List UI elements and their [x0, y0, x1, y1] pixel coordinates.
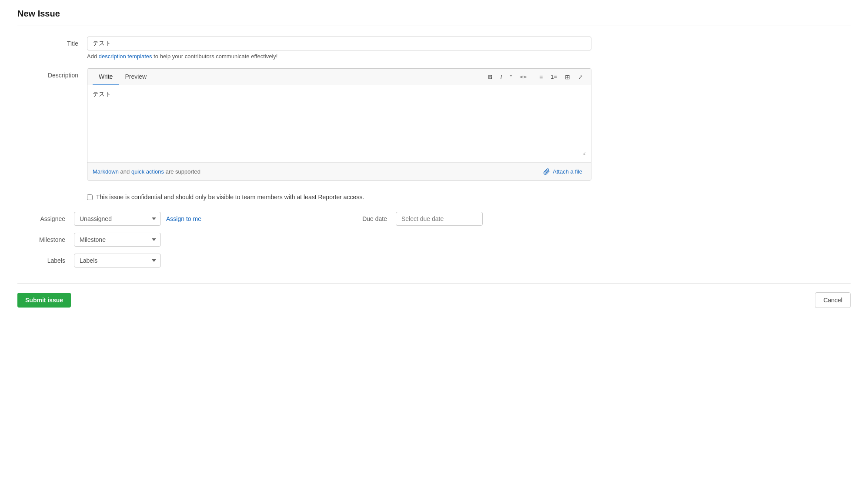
meta-left: Assignee Unassigned Assign to me Milesto… [17, 212, 313, 274]
due-date-input[interactable] [396, 212, 483, 226]
assign-me-link[interactable]: Assign to me [166, 215, 201, 222]
milestone-row: Milestone Milestone [17, 233, 313, 247]
assignee-row: Assignee Unassigned Assign to me [17, 212, 313, 226]
table-button[interactable]: ⊞ [562, 72, 573, 82]
cancel-button[interactable]: Cancel [815, 292, 851, 308]
ordered-list-button[interactable]: 1≡ [548, 72, 560, 82]
bottom-bar: Submit issue Cancel [17, 283, 851, 317]
form-layout: Title Add description templates to help … [17, 37, 851, 274]
page-title: New Issue [17, 9, 851, 19]
title-hint: Add description templates to help your c… [87, 53, 591, 60]
milestone-content: Milestone [74, 233, 313, 247]
assignee-content: Unassigned Assign to me [74, 212, 313, 226]
fullscreen-button[interactable]: ⤢ [575, 72, 586, 82]
italic-icon: I [500, 74, 502, 80]
description-label: Description [17, 68, 87, 79]
bold-button[interactable]: B [485, 72, 495, 82]
bold-icon: B [488, 74, 492, 80]
unordered-list-button[interactable]: ≡ [537, 72, 545, 82]
labels-label: Labels [17, 257, 74, 264]
labels-dropdown[interactable]: Labels [74, 254, 161, 268]
editor-toolbar: B I " <> [485, 72, 586, 82]
title-content: Add description templates to help your c… [87, 37, 591, 60]
labels-content: Labels [74, 254, 313, 268]
title-hint-prefix: Add [87, 53, 99, 60]
unordered-list-icon: ≡ [539, 74, 543, 80]
confidential-row: This issue is confidential and should on… [87, 189, 851, 205]
meta-right: Due date [339, 212, 557, 274]
due-date-row: Due date [339, 212, 557, 226]
table-icon: ⊞ [565, 74, 570, 80]
page-container: New Issue Title Add description template… [0, 0, 868, 334]
code-button[interactable]: <> [517, 72, 529, 82]
milestone-label: Milestone [17, 236, 74, 243]
attach-icon [543, 168, 550, 175]
labels-row: Labels Labels [17, 254, 313, 268]
title-hint-suffix: to help your contributors communicate ef… [152, 53, 278, 60]
and-text: and [120, 168, 131, 175]
due-date-label: Due date [339, 215, 396, 222]
meta-section: Assignee Unassigned Assign to me Milesto… [17, 212, 851, 274]
title-label: Title [17, 37, 87, 47]
ordered-list-icon: 1≡ [551, 74, 557, 80]
confidential-checkbox[interactable] [87, 194, 93, 200]
editor-footer: Markdown and quick actions are supported… [87, 162, 591, 180]
due-date-content [396, 212, 557, 226]
confidential-label[interactable]: This issue is confidential and should on… [96, 194, 364, 201]
divider [17, 26, 851, 26]
milestone-dropdown[interactable]: Milestone [74, 233, 161, 247]
code-icon: <> [520, 74, 527, 80]
assignee-dropdown[interactable]: Unassigned [74, 212, 161, 226]
attach-file-button[interactable]: Attach a file [540, 166, 586, 177]
assignee-label: Assignee [17, 215, 74, 222]
quote-icon: " [510, 74, 512, 80]
description-editor: Write Preview B I " [87, 68, 591, 181]
attach-file-label: Attach a file [553, 168, 582, 175]
description-templates-link[interactable]: description templates [99, 53, 152, 60]
tab-write[interactable]: Write [93, 69, 119, 85]
editor-tabs: Write Preview [93, 69, 153, 85]
editor-footer-left: Markdown and quick actions are supported [93, 168, 200, 175]
fullscreen-icon: ⤢ [578, 74, 583, 80]
submit-issue-button[interactable]: Submit issue [17, 293, 71, 308]
editor-header: Write Preview B I " [87, 69, 591, 85]
description-row: Description Write Preview B I [17, 68, 851, 181]
title-input[interactable] [87, 37, 591, 50]
quote-button[interactable]: " [507, 72, 514, 82]
editor-body: テスト [87, 85, 591, 162]
toolbar-separator-1 [533, 74, 533, 80]
description-content: Write Preview B I " [87, 68, 591, 181]
italic-button[interactable]: I [497, 72, 504, 82]
markdown-link[interactable]: Markdown [93, 168, 119, 175]
tab-preview[interactable]: Preview [119, 69, 153, 85]
quick-actions-link[interactable]: quick actions [131, 168, 164, 175]
title-row: Title Add description templates to help … [17, 37, 851, 60]
description-textarea[interactable]: テスト [93, 90, 586, 156]
supported-text: are supported [166, 168, 200, 175]
